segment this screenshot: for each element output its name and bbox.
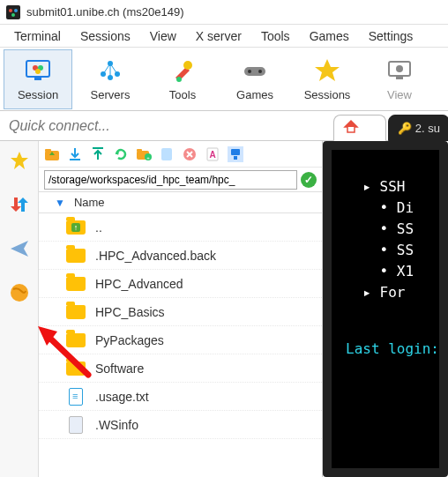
- list-item[interactable]: .WSinfo: [39, 411, 322, 439]
- toolbar-sessions[interactable]: Sessions: [293, 49, 362, 109]
- list-item[interactable]: HPC_Advanced: [39, 270, 322, 298]
- toolbar-games[interactable]: Games: [220, 49, 289, 109]
- menu-terminal[interactable]: Terminal: [5, 27, 70, 45]
- gamepad-icon: [241, 56, 269, 85]
- item-label: PyPackages: [95, 333, 164, 347]
- list-item[interactable]: HPC_Basics: [39, 298, 322, 326]
- list-item[interactable]: .HPC_Advanced.back: [39, 242, 322, 270]
- folder-icon: [65, 247, 86, 265]
- tab-home[interactable]: [333, 115, 386, 141]
- terminal-pane[interactable]: ▸ SSH • Di • SS • SS • X1 ▸ For Last log…: [323, 141, 448, 477]
- item-label: HPC_Basics: [95, 305, 165, 319]
- browser-toolbar: + A: [39, 141, 322, 168]
- list-header[interactable]: ▼ Name: [39, 192, 322, 213]
- toolbar-label: Tools: [169, 88, 196, 101]
- svg-point-23: [396, 65, 403, 72]
- toolbar-label: Session: [18, 88, 58, 101]
- svg-rect-38: [161, 148, 172, 160]
- terminal-last-login: Last login:: [346, 339, 429, 360]
- svg-point-16: [183, 61, 192, 70]
- window-title: submit01.unibe.ch (ms20e149): [26, 5, 184, 19]
- terminal-line: ▸ For: [346, 282, 429, 303]
- svg-marker-26: [345, 121, 357, 127]
- svg-text:+: +: [146, 155, 150, 160]
- globe-icon[interactable]: [7, 280, 32, 305]
- list-item-updir[interactable]: ↑ ..: [39, 213, 322, 242]
- menu-settings[interactable]: Settings: [360, 27, 422, 45]
- svg-text:A: A: [209, 150, 215, 160]
- toolbar-view[interactable]: View: [365, 49, 434, 109]
- key-icon: 🔑: [398, 122, 412, 135]
- svg-point-8: [35, 69, 41, 74]
- svg-rect-35: [137, 149, 142, 152]
- star-icon: [313, 56, 341, 85]
- svg-marker-27: [11, 152, 28, 169]
- sort-arrow-icon: ▼: [55, 197, 65, 209]
- terminal-line: ▸ SSH: [346, 176, 429, 198]
- app-icon: [5, 4, 21, 20]
- transfer-icon[interactable]: [7, 192, 32, 217]
- list-item[interactable]: .usage.txt: [39, 383, 322, 411]
- folder-icon: [65, 275, 86, 293]
- tab-strip: 🔑 2. su: [333, 111, 448, 141]
- folder-icon: [65, 360, 86, 377]
- path-input[interactable]: [44, 170, 297, 190]
- svg-line-14: [110, 63, 117, 74]
- item-label: HPC_Advanced: [95, 277, 183, 291]
- svg-rect-42: [231, 149, 240, 155]
- svg-marker-28: [11, 241, 28, 257]
- tab-label: 2. su: [415, 122, 440, 135]
- menu-xserver[interactable]: X server: [187, 27, 250, 45]
- svg-rect-43: [234, 156, 237, 160]
- toolbar-label: Games: [236, 88, 273, 101]
- text-icon[interactable]: A: [205, 146, 220, 162]
- item-label: Software: [95, 361, 144, 376]
- refresh-icon[interactable]: [113, 146, 129, 162]
- list-item[interactable]: Software: [39, 354, 322, 383]
- main-toolbar: Session Servers Tools: [0, 48, 448, 111]
- menu-sessions[interactable]: Sessions: [71, 27, 139, 45]
- toolbar-label: Servers: [91, 88, 131, 101]
- menubar: Terminal Sessions View X server Tools Ga…: [0, 25, 448, 48]
- folder-icon: [65, 303, 86, 321]
- toolbar-tools[interactable]: Tools: [148, 49, 217, 109]
- list-item[interactable]: PyPackages: [39, 326, 322, 354]
- new-file-icon[interactable]: [159, 146, 175, 162]
- terminal-line: • Di: [346, 198, 429, 219]
- svg-rect-31: [45, 149, 51, 152]
- tab-session-remote[interactable]: 🔑 2. su: [388, 115, 448, 141]
- left-sidebar: [0, 141, 39, 477]
- new-folder-icon[interactable]: +: [136, 146, 152, 162]
- computer-icon[interactable]: [228, 146, 243, 162]
- toolbar-servers[interactable]: Servers: [76, 49, 145, 109]
- column-name: Name: [74, 196, 105, 209]
- terminal-line: • SS: [346, 240, 429, 261]
- download-icon[interactable]: [67, 146, 83, 162]
- send-icon[interactable]: [7, 236, 32, 261]
- svg-point-1: [9, 9, 12, 12]
- favorites-icon[interactable]: [7, 148, 32, 173]
- delete-icon[interactable]: [182, 146, 198, 162]
- path-row: [39, 168, 322, 192]
- svg-rect-24: [396, 77, 403, 79]
- svg-point-17: [176, 77, 182, 82]
- svg-rect-5: [34, 78, 41, 80]
- toolbar-session[interactable]: Session: [4, 49, 72, 109]
- menu-view[interactable]: View: [141, 27, 185, 45]
- folder-up-icon: ↑: [65, 219, 86, 236]
- view-icon: [385, 56, 414, 85]
- quick-connect-row: 🔑 2. su: [0, 111, 448, 141]
- svg-point-3: [11, 13, 15, 17]
- menu-games[interactable]: Games: [301, 27, 358, 45]
- main-area: + A ▼ Name ↑ ..: [0, 141, 448, 477]
- item-label: .usage.txt: [95, 390, 149, 404]
- folder-up-button[interactable]: [44, 146, 60, 162]
- servers-icon: [96, 56, 124, 85]
- menu-tools[interactable]: Tools: [252, 27, 299, 45]
- terminal-line: • X1: [346, 261, 429, 282]
- tools-icon: [168, 56, 197, 85]
- toolbar-label: Sessions: [304, 88, 351, 101]
- svg-line-13: [103, 63, 110, 74]
- terminal-line: • SS: [346, 219, 429, 240]
- upload-icon[interactable]: [90, 146, 106, 162]
